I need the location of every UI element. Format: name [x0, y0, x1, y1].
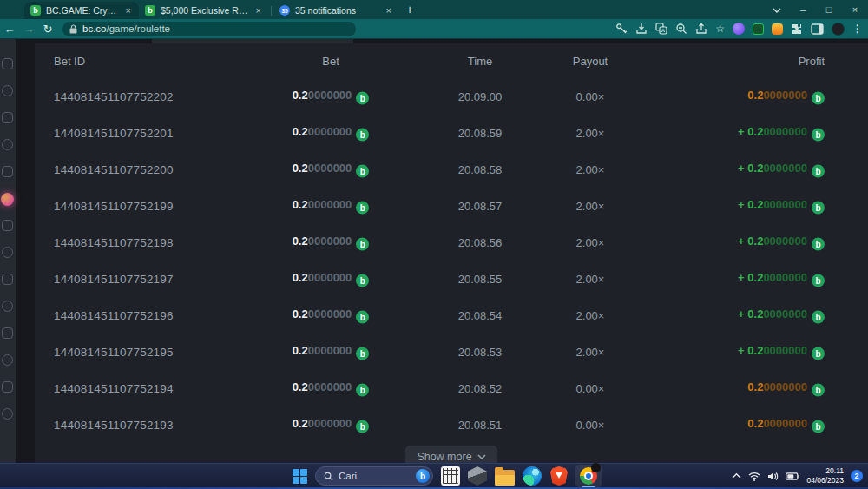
tab-search-chevron-icon[interactable] — [764, 0, 790, 19]
coin-icon: b — [356, 347, 369, 360]
table-row[interactable]: 1440814511077521950.20000000b20.08.532.0… — [35, 334, 868, 370]
header-bet-id: Bet ID — [54, 55, 85, 68]
bookmark-star-icon[interactable]: ☆ — [715, 23, 725, 35]
tab-separator — [271, 6, 272, 16]
maximize-button[interactable]: □ — [816, 0, 842, 19]
sidebar-menu-icon[interactable] — [2, 301, 13, 312]
bet-cell: 0.20000000b — [260, 235, 401, 251]
bet-id-cell: 144081451107752198 — [54, 236, 174, 249]
bets-table-header: Bet ID Bet Time Payout Profit — [35, 43, 868, 78]
taskbar-clock[interactable]: 20.11 04/06/2023 — [806, 466, 844, 486]
minimize-button[interactable]: – — [790, 0, 816, 19]
tab-roulette-promo[interactable]: b $5,000 Exclusive Roulette Prestig × — [139, 2, 269, 19]
extensions-puzzle-icon[interactable] — [791, 23, 803, 35]
coin-icon: b — [356, 92, 369, 105]
bet-cell: 0.20000000b — [260, 89, 401, 105]
profit-cell: + 0.20000000b — [738, 344, 825, 360]
sidebar-menu-icon[interactable] — [2, 85, 13, 96]
sidebar-menu-icon[interactable] — [2, 274, 13, 285]
extension-orange-icon[interactable] — [772, 23, 783, 35]
url-text: bc.co/game/roulette — [82, 23, 170, 34]
sidebar-menu-icon[interactable] — [2, 112, 13, 123]
sidebar-menu-icon[interactable] — [2, 408, 13, 420]
sidebar-menu-icon[interactable] — [2, 327, 13, 339]
sidebar-menu-icon[interactable] — [2, 139, 13, 150]
payout-cell: 0.00× — [525, 90, 655, 103]
close-window-button[interactable]: × — [842, 0, 868, 19]
table-row[interactable]: 1440814511077522020.20000000b20.09.000.0… — [35, 78, 868, 115]
tab-bcgame[interactable]: b BC.GAME: Crypto Casino Games × — [24, 2, 139, 19]
bet-id-cell: 144081451107752193 — [54, 419, 174, 432]
table-row[interactable]: 1440814511077521980.20000000b20.08.562.0… — [35, 224, 868, 261]
table-row[interactable]: 1440814511077521940.20000000b20.08.520.0… — [35, 370, 868, 406]
close-tab-icon[interactable]: × — [385, 5, 393, 16]
taskbar-center: Cari b — [293, 464, 602, 488]
brave-browser-icon[interactable] — [550, 466, 568, 486]
profile-avatar[interactable] — [832, 23, 845, 36]
file-explorer-icon[interactable] — [495, 470, 515, 486]
coin-icon: b — [356, 420, 369, 433]
sidebar-menu-icon[interactable] — [2, 381, 13, 393]
bing-icon: b — [416, 469, 430, 483]
taskbar-search[interactable]: Cari b — [315, 466, 433, 486]
table-row[interactable]: 1440814511077522000.20000000b20.08.582.0… — [35, 151, 868, 188]
close-tab-icon[interactable]: × — [254, 5, 263, 16]
reload-icon[interactable]: ↻ — [38, 23, 57, 36]
sidebar-menu-icon[interactable] — [2, 354, 13, 366]
tab-notifications[interactable]: 35 35 notifications × — [273, 2, 399, 19]
window-controls: – □ × — [764, 0, 868, 19]
new-tab-button[interactable]: + — [406, 3, 413, 17]
system-tray: 20.11 04/06/2023 2 — [732, 464, 863, 488]
close-tab-icon[interactable]: × — [124, 5, 133, 16]
share-icon[interactable] — [695, 23, 707, 35]
translate-icon[interactable] — [655, 23, 667, 35]
taskbar-app-hexagon-icon[interactable] — [468, 466, 487, 486]
browser-tabstrip: b BC.GAME: Crypto Casino Games × b $5,00… — [0, 0, 868, 19]
start-button[interactable] — [293, 469, 307, 484]
bet-history-card: Bet ID Bet Time Payout Profit 1440814511… — [35, 43, 868, 463]
battery-icon[interactable] — [786, 472, 799, 480]
screen: b BC.GAME: Crypto Casino Games × b $5,00… — [0, 0, 868, 489]
forward-icon[interactable]: → — [19, 23, 38, 36]
table-row[interactable]: 1440814511077521970.20000000b20.08.552.0… — [35, 261, 868, 297]
table-row[interactable]: 1440814511077521960.20000000b20.08.542.0… — [35, 297, 868, 334]
address-bar[interactable]: bc.co/game/roulette — [62, 22, 356, 36]
notification-count-badge[interactable]: 2 — [851, 470, 863, 482]
profit-cell: + 0.20000000b — [738, 198, 825, 215]
bet-id-cell: 144081451107752195 — [54, 346, 174, 359]
back-icon[interactable]: ← — [0, 23, 19, 36]
coin-icon: b — [356, 129, 369, 142]
show-more-button[interactable]: Show more — [405, 446, 497, 463]
extension-green-icon[interactable] — [753, 23, 764, 35]
zoom-icon[interactable] — [675, 23, 687, 35]
side-panel-icon[interactable] — [811, 23, 824, 35]
coin-icon: b — [812, 129, 825, 142]
speaker-icon[interactable] — [767, 472, 779, 481]
bet-id-cell: 144081451107752201 — [54, 127, 174, 140]
menu-dots-icon[interactable]: ⋮ — [852, 23, 863, 35]
sidebar-menu-icon[interactable] — [2, 58, 13, 69]
tab-title: $5,000 Exclusive Roulette Prestig — [161, 5, 249, 16]
chrome-browser-icon[interactable] — [575, 465, 602, 487]
install-icon[interactable] — [635, 23, 648, 35]
sidebar-menu-icon[interactable] — [2, 247, 13, 258]
search-placeholder: Cari — [339, 471, 411, 481]
edge-browser-icon[interactable] — [523, 466, 542, 486]
password-key-icon[interactable] — [615, 23, 628, 35]
payout-cell: 2.00× — [525, 200, 655, 213]
table-row[interactable]: 1440814511077522010.20000000b20.08.592.0… — [35, 115, 868, 151]
table-row[interactable]: 1440814511077521930.20000000b20.08.510.0… — [35, 406, 868, 443]
sidebar-menu-icon[interactable] — [2, 166, 13, 177]
coin-icon: b — [356, 311, 369, 324]
table-row[interactable]: 1440814511077521990.20000000b20.08.572.0… — [35, 188, 868, 224]
bet-id-cell: 144081451107752199 — [54, 200, 174, 213]
profit-cell: + 0.20000000b — [738, 125, 825, 142]
sidebar-menu-icon[interactable] — [2, 220, 13, 231]
search-icon — [324, 472, 333, 481]
taskbar-app-grid-game-icon[interactable] — [441, 466, 460, 486]
tray-chevron-up-icon[interactable] — [732, 472, 741, 479]
extension-purple-icon[interactable] — [733, 23, 745, 35]
sidebar-active-game-icon[interactable] — [1, 193, 14, 206]
payout-cell: 2.00× — [525, 163, 655, 176]
wifi-icon[interactable] — [748, 472, 760, 481]
